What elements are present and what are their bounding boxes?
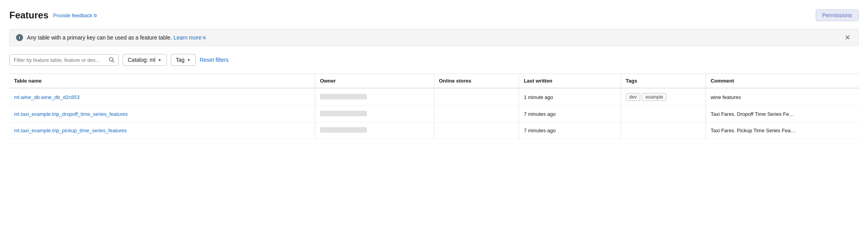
tag-badge: example	[642, 93, 666, 101]
cell-owner	[315, 106, 434, 122]
table-row: ml.taxi_example.trip_pickup_time_series_…	[9, 122, 859, 139]
table-name-link[interactable]: ml.taxi_example.trip_pickup_time_series_…	[14, 128, 127, 133]
cell-tags: devexample	[621, 88, 705, 106]
owner-placeholder	[320, 94, 367, 99]
cell-lastwritten: 7 minutes ago	[519, 122, 621, 139]
feedback-link[interactable]: Provide feedback ⧉	[53, 13, 96, 18]
table-row: ml.wine_db.wine_db_d2c8531 minute agodev…	[9, 88, 859, 106]
filter-row: Catalog: ml ▼ Tag ▼ Reset filters	[9, 54, 859, 66]
permissions-button[interactable]: Permissions	[816, 9, 859, 21]
cell-tags	[621, 106, 705, 122]
reset-filters-link[interactable]: Reset filters	[200, 57, 229, 63]
cell-onlinestores	[434, 88, 519, 106]
chevron-down-icon-tag: ▼	[187, 58, 191, 62]
info-icon: i	[16, 34, 23, 41]
cell-comment: wine features	[706, 88, 859, 106]
table-row: ml.taxi_example.trip_dropoff_time_series…	[9, 106, 859, 122]
info-banner: i Any table with a primary key can be us…	[9, 29, 859, 46]
page-title: Features	[9, 10, 48, 21]
cell-lastwritten: 1 minute ago	[519, 88, 621, 106]
col-header-tags: Tags	[621, 74, 705, 88]
cell-onlinestores	[434, 106, 519, 122]
external-icon-banner: ⧉	[203, 35, 206, 40]
cell-owner	[315, 88, 434, 106]
learn-more-link[interactable]: Learn more ⧉	[173, 34, 206, 41]
cell-tablename: ml.wine_db.wine_db_d2c853	[9, 88, 315, 106]
col-header-lastwritten: Last written	[519, 74, 621, 88]
cell-comment: Taxi Fares. Pickup Time Series Fea…	[706, 122, 859, 139]
col-header-comment: Comment	[706, 74, 859, 88]
col-header-owner: Owner	[315, 74, 434, 88]
cell-tablename: ml.taxi_example.trip_dropoff_time_series…	[9, 106, 315, 122]
owner-placeholder	[320, 111, 367, 116]
chevron-down-icon: ▼	[158, 58, 162, 62]
search-wrapper	[9, 54, 119, 66]
tag-badge: dev	[626, 93, 640, 101]
search-icon	[109, 57, 114, 63]
page-header: Features Provide feedback ⧉ Permissions	[9, 9, 859, 21]
external-link-icon: ⧉	[94, 13, 97, 18]
banner-left: i Any table with a primary key can be us…	[16, 34, 206, 41]
cell-tablename: ml.taxi_example.trip_pickup_time_series_…	[9, 122, 315, 139]
table-header-row: Table name Owner Online stores Last writ…	[9, 74, 859, 88]
catalog-filter-dropdown[interactable]: Catalog: ml ▼	[123, 54, 167, 66]
tag-filter-dropdown[interactable]: Tag ▼	[171, 54, 196, 66]
cell-owner	[315, 122, 434, 139]
cell-lastwritten: 7 minutes ago	[519, 106, 621, 122]
col-header-tablename: Table name	[9, 74, 315, 88]
header-left: Features Provide feedback ⧉	[9, 10, 97, 21]
banner-text: Any table with a primary key can be used…	[27, 34, 206, 41]
svg-line-1	[113, 61, 114, 62]
search-input[interactable]	[14, 57, 106, 63]
cell-onlinestores	[434, 122, 519, 139]
cell-tags	[621, 122, 705, 139]
col-header-onlinestores: Online stores	[434, 74, 519, 88]
features-table: Table name Owner Online stores Last writ…	[9, 74, 859, 139]
owner-placeholder	[320, 127, 367, 133]
search-button[interactable]	[109, 57, 114, 63]
table-name-link[interactable]: ml.taxi_example.trip_dropoff_time_series…	[14, 111, 128, 117]
banner-close-button[interactable]: ✕	[843, 34, 852, 41]
cell-comment: Taxi Fares. Dropoff Time Series Fe…	[706, 106, 859, 122]
table-name-link[interactable]: ml.wine_db.wine_db_d2c853	[14, 94, 80, 100]
